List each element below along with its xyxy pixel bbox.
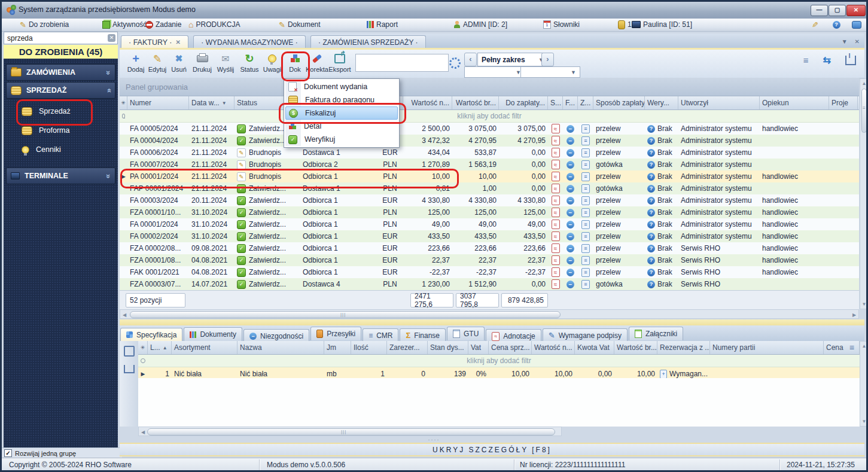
detail-tab-gtu[interactable]: GTU	[447, 327, 485, 340]
table-row-fa-00004-2024[interactable]: FA 00004/202421.11.2024✓Zatwierdz...3 47…	[120, 135, 859, 147]
column-header-cena[interactable]: Cena	[824, 341, 860, 354]
column-header-kvat[interactable]: Kwota Vat	[575, 341, 614, 354]
column-header-partie[interactable]: Numery partii	[710, 341, 824, 354]
tab-faktury[interactable]: · FAKTURY · ✕	[121, 35, 188, 49]
tab-zamowienia-sprzedazy[interactable]: · ZAMÓWIENIA SPRZEDAŻY ·	[310, 35, 425, 48]
table-row-fa-00007-2024[interactable]: FA 00007/202421.11.2024✎BrudnopisOdbiorc…	[120, 159, 859, 170]
detail-tab-cmr[interactable]: ≡CMR	[363, 328, 398, 342]
column-header-asortyment[interactable]: Asortyment	[172, 341, 237, 354]
table-row-fza-00001-10[interactable]: FZA 00001/10...31.10.2024✓Zatwierdz...Od…	[120, 206, 859, 218]
sidebar-group-zamowienia[interactable]: ZAMÓWIENIA »	[6, 64, 115, 81]
tab-strip-close-icon[interactable]: ✕	[855, 38, 860, 45]
sidebar-item-proforma[interactable]: Proforma	[4, 121, 118, 140]
table-row-fa-00006-2024[interactable]: FA 00006/202421.11.2024✎BrudnopisDostawc…	[120, 147, 859, 159]
search-input[interactable]	[4, 32, 118, 44]
todo-banner[interactable]: DO ZROBIENIA (45)	[4, 45, 118, 59]
column-header-wb[interactable]: Wartość br...	[614, 341, 657, 354]
toolbar-search-input[interactable]	[355, 54, 449, 72]
toolbar-button-dodaj[interactable]: +Dodaj	[124, 51, 147, 76]
clear-search-icon[interactable]: ✕	[108, 34, 115, 42]
menu-item-admin-id-2[interactable]: ADMIN [ID: 2]	[453, 20, 507, 29]
menu-item-produkcja[interactable]: ⌂PRODUKCJA	[188, 20, 240, 29]
toolbar-button-status[interactable]: ↻Status	[238, 51, 261, 76]
minimize-button[interactable]: —	[811, 5, 828, 16]
range-select[interactable]: Pełny zakres ▼	[477, 53, 548, 66]
column-header-zarez[interactable]: Zarezer...	[387, 341, 428, 354]
column-header-cena_s[interactable]: Cena sprz...	[489, 341, 532, 354]
column-header-wn[interactable]: Wartość n...	[532, 341, 575, 354]
horizontal-scrollbar[interactable]: ◀ ||| ▶	[120, 309, 859, 319]
column-header-stan[interactable]: Stan dys...	[428, 341, 468, 354]
table-row-fa-00001-2024[interactable]: FA 00001/202431.10.2024✓Zatwierdz...Odbi…	[120, 218, 859, 230]
refresh-icon[interactable]: ⇆	[823, 54, 831, 66]
detail-tab-specyfikacja[interactable]: Specyfikacja	[120, 328, 182, 342]
column-header-dz[interactable]: Do zapłaty...	[499, 96, 548, 109]
menu-item-faktura-do-paragonu[interactable]: Faktura do paragonu	[285, 93, 398, 106]
table-row-fa-00005-2024[interactable]: FA 00005/202421.11.2024✓Zatwierdz...2 50…	[120, 123, 859, 135]
sidebar-item-sprzedaz[interactable]: Sprzedaż	[4, 102, 118, 121]
filter-row[interactable]: kliknij aby dodać filtr	[120, 110, 859, 123]
menu-item-dokument[interactable]: ✎Dokument	[279, 20, 321, 29]
column-header-rez[interactable]: Rezerwacja z ...	[657, 341, 710, 354]
menu-item-paulina-id-51[interactable]: Paulina [ID: 51]	[632, 20, 692, 29]
column-header-jm[interactable]: Jm	[324, 341, 351, 354]
column-header-data[interactable]: Data w...▼	[189, 96, 234, 109]
hide-details-bar[interactable]: UKRYJ SZCZEGÓŁY [F8]	[120, 443, 864, 456]
detail-tab-dokumenty[interactable]: Dokumenty	[184, 327, 242, 341]
column-chooser-icon[interactable]	[845, 56, 856, 65]
menu-item-do-zrobienia[interactable]: ✎Do zrobienia	[20, 20, 69, 29]
column-header-opiekun[interactable]: Opiekun	[760, 96, 829, 109]
menu-item-detal[interactable]: Detal	[285, 120, 398, 133]
range-next-button[interactable]: ›	[541, 53, 554, 66]
column-header-pay[interactable]: Sposób zapłaty	[593, 96, 645, 109]
splitter-band[interactable]	[120, 319, 864, 325]
table-row-fza-00003-07[interactable]: FZA 00003/07...14.07.2021✓Zatwierdz...Do…	[120, 278, 859, 290]
quill-icon[interactable]: ✎	[809, 20, 820, 29]
close-button[interactable]: ✕	[846, 5, 866, 16]
detail-horizontal-scrollbar[interactable]: ◀ |||	[138, 427, 562, 436]
column-chooser-icon[interactable]	[124, 365, 135, 373]
detail-tab-przesy-ki[interactable]: Przesyłki	[310, 327, 361, 340]
column-header-s[interactable]: S...	[548, 96, 563, 109]
column-header-wn[interactable]: Wartość n...	[403, 96, 452, 109]
column-header-utworzyl[interactable]: Utworzył	[678, 96, 760, 109]
table-row-fak-0001-2021[interactable]: FAK 0001/202104.08.2021✓Zatwierdz...Odbi…	[120, 266, 859, 278]
column-header-wery[interactable]: Wery...	[645, 96, 678, 109]
vertical-scrollbar[interactable]: ▲ ≡ ▼	[860, 78, 868, 309]
table-row-fa-00003-2024[interactable]: FA 00003/202420.11.2024✓Zatwierdz...Odbi…	[120, 194, 859, 206]
splitter-handle[interactable]: ····	[2, 437, 866, 443]
column-header-wb[interactable]: Wartość br...	[452, 96, 499, 109]
filter-select-1[interactable]: ▼	[464, 66, 525, 78]
menu-item-raport[interactable]: Raport	[367, 20, 398, 29]
row-list-icon[interactable]: ≡	[849, 343, 854, 352]
toolbar-button-dok[interactable]: Dok	[284, 51, 306, 76]
column-header-vat[interactable]: Vat	[468, 341, 489, 354]
column-header-lp[interactable]: L...▲	[148, 341, 172, 354]
toolbar-button-usun[interactable]: ✖Usuń	[167, 51, 190, 76]
sidebar-item-cenniki[interactable]: Cenniki	[4, 140, 118, 159]
table-row-pa-00001-2024[interactable]: ▶PA 00001/202421.11.2024✎BrudnopisOdbior…	[120, 170, 859, 182]
detail-tab-finanse[interactable]: ΣFinanse	[400, 328, 446, 342]
column-header-f[interactable]: F...	[563, 96, 578, 109]
table-row-fap-00001-2024[interactable]: FAP 00001/202421.11.2024✓Zatwierdz...Dos…	[120, 182, 859, 194]
filter-row[interactable]: kliknij aby dodać filtr	[138, 355, 860, 367]
tab-wydania-magazynowe[interactable]: · WYDANIA MAGAZYNOWE ·	[193, 35, 305, 48]
toolbar-button-drukuj[interactable]: Drukuj	[191, 51, 214, 76]
menu-item-dokument-wydania[interactable]: Dokument wydania	[285, 80, 398, 93]
detail-vertical-scrollbar[interactable]: ▲ ▼	[860, 341, 868, 427]
menu-item-zadanie[interactable]: Zadanie	[145, 20, 181, 29]
detail-tab-wymagane-podpisy[interactable]: ✎Wymagane podpisy	[543, 328, 628, 342]
toolbar-button-eksport[interactable]: Eksport	[328, 51, 351, 76]
maximize-button[interactable]: ▢	[829, 5, 846, 16]
filter-select-2[interactable]: ▼	[520, 66, 580, 78]
range-prev-button[interactable]: ‹	[464, 53, 477, 66]
menu-item-s-owniki[interactable]: Słowniki	[543, 20, 580, 29]
help-icon[interactable]: ?	[831, 20, 842, 29]
column-header-proje[interactable]: Proje	[829, 96, 858, 109]
menu-item-fiskalizuj[interactable]: $ Fiskalizuj	[285, 106, 398, 120]
tab-list-dropdown-icon[interactable]: ▼	[842, 38, 848, 45]
close-tab-icon[interactable]: ✕	[175, 39, 180, 45]
table-row-fa-00002-2024[interactable]: FA 00002/202431.10.2024✓Zatwierdz...Odbi…	[120, 230, 859, 242]
column-header-z[interactable]: Z...	[578, 96, 593, 109]
chat-icon[interactable]	[851, 20, 862, 29]
